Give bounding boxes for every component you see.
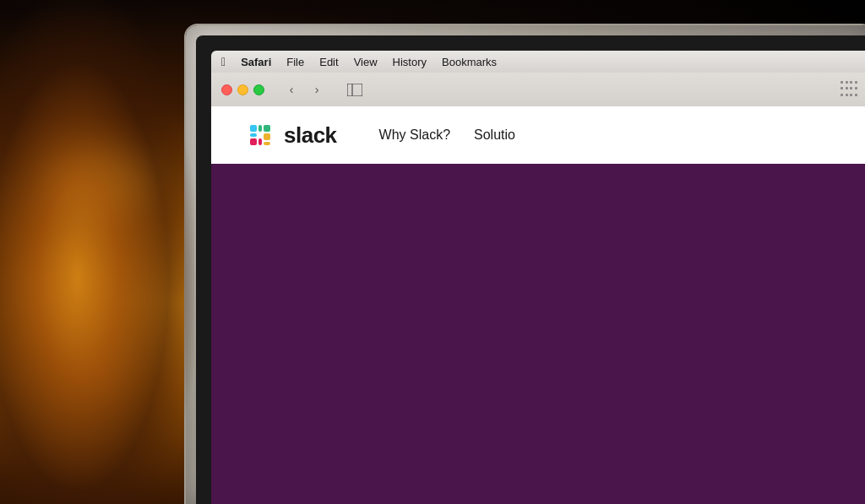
grid-dot [855,81,857,84]
grid-dot [841,87,843,89]
menubar-view[interactable]: View [354,56,378,68]
grid-dot [841,94,843,96]
scene:  Safari File Edit View History Bookmark… [0,0,865,504]
svg-rect-3 [250,133,257,137]
svg-rect-5 [264,125,270,132]
grid-dot [846,94,848,96]
svg-rect-0 [347,84,362,96]
menubar-file[interactable]: File [286,56,304,68]
forward-button[interactable]: › [305,80,329,99]
svg-rect-4 [258,125,262,132]
menubar-safari[interactable]: Safari [241,56,271,68]
sidebar-toggle-button[interactable] [342,80,367,99]
slack-nav-solutions[interactable]: Solutio [474,127,515,143]
screen-border:  Safari File Edit View History Bookmark… [196,35,865,504]
svg-rect-9 [250,138,257,145]
forward-icon: › [315,83,319,96]
browser-content: slack Why Slack? Solutio [211,106,865,504]
bokeh-spot-1 [51,152,152,219]
browser-chrome: ‹ › [211,73,865,106]
slack-hero [211,164,865,504]
slack-nav-links: Why Slack? Solutio [379,127,515,143]
laptop-bezel:  Safari File Edit View History Bookmark… [186,25,865,504]
grid-dot [855,87,857,89]
nav-buttons: ‹ › [280,80,329,99]
grid-icon[interactable] [841,81,857,98]
svg-rect-2 [250,125,257,132]
maximize-button[interactable] [253,84,264,95]
bokeh-spot-3 [68,338,127,388]
svg-rect-7 [264,142,270,145]
slack-nav-why[interactable]: Why Slack? [379,127,450,143]
close-button[interactable] [221,84,232,95]
svg-rect-8 [258,138,262,145]
grid-dot [846,81,848,84]
back-button[interactable]: ‹ [280,80,303,99]
grid-dot [850,81,852,84]
grid-dot [850,94,852,96]
back-icon: ‹ [290,83,294,96]
apple-icon[interactable]:  [221,55,226,68]
slack-logo[interactable]: slack [245,120,337,150]
svg-rect-6 [264,133,270,140]
grid-dot [850,87,852,89]
traffic-lights [221,84,264,95]
sidebar-icon [347,84,362,96]
slack-wordmark: slack [284,122,337,149]
minimize-button[interactable] [237,84,248,95]
grid-dot [841,81,843,84]
menubar-bookmarks[interactable]: Bookmarks [442,56,497,68]
slack-logo-icon [245,120,275,150]
menubar:  Safari File Edit View History Bookmark… [211,51,865,73]
grid-icon-container [841,81,857,98]
bokeh-spot-2 [25,253,101,329]
grid-dot [855,94,857,96]
slack-navbar: slack Why Slack? Solutio [211,106,865,164]
menubar-history[interactable]: History [393,56,427,68]
grid-dot [846,87,848,89]
menubar-edit[interactable]: Edit [319,56,338,68]
